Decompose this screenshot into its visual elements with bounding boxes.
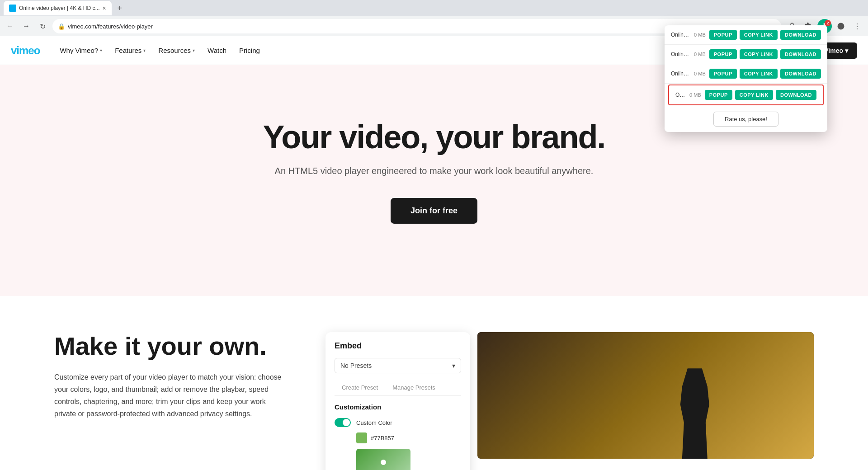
video-person-silhouette (677, 368, 713, 459)
popup-filename-1: Online video player 4K HD quality HTML5 … (671, 32, 690, 38)
download-btn-4[interactable]: DOWNLOAD (776, 90, 816, 100)
video-thumbnail (477, 332, 814, 459)
refresh-button[interactable]: ↻ (36, 20, 49, 33)
tab-favicon (9, 5, 16, 12)
copy-link-btn-1[interactable]: COPY LINK (740, 30, 778, 40)
popup-row-1: Online video player 4K HD quality HTML5 … (665, 25, 827, 45)
nav-resources[interactable]: Resources ▾ (153, 43, 200, 58)
chevron-icon: ▾ (193, 48, 195, 53)
popup-actions-3: POPUP COPY LINK DOWNLOAD (709, 69, 821, 79)
color-swatch[interactable] (356, 432, 367, 443)
vimeo-logo[interactable]: vimeo (11, 44, 40, 57)
nav-pricing[interactable]: Pricing (234, 43, 265, 58)
nav-why-vimeo[interactable]: Why Vimeo? ▾ (54, 43, 108, 58)
popup-filesize-1: 0 MB (694, 32, 706, 38)
popup-rate-row: Rate us, please! (665, 106, 827, 132)
download-popup: Online video player 4K HD quality HTML5 … (665, 25, 827, 132)
new-tab-button[interactable]: + (113, 2, 126, 14)
hero-subtitle: An HTML5 video player engineered to make… (275, 166, 594, 176)
nav-features[interactable]: Features ▾ (109, 43, 151, 58)
popup-file-info-2: Online video player 4K HD quality HTML5 … (671, 51, 706, 57)
custom-color-row: Custom Color (335, 418, 461, 427)
color-value: #77B857 (371, 435, 394, 442)
color-picker-dot (381, 460, 386, 465)
popup-filename-4: Online video player 4K HD quality HTML5 … (675, 92, 686, 98)
tab-title: Online video player | 4K & HD c... (19, 5, 100, 11)
copy-link-btn-2[interactable]: COPY LINK (740, 49, 778, 59)
download-btn-1[interactable]: DOWNLOAD (780, 30, 821, 40)
popup-actions-2: POPUP COPY LINK DOWNLOAD (709, 49, 821, 59)
menu-icon-btn[interactable]: ⋮ (850, 19, 864, 33)
popup-row-2: Online video player 4K HD quality HTML5 … (665, 45, 827, 64)
popup-btn-2[interactable]: POPUP (709, 49, 737, 59)
popup-file-info-4: Online video player 4K HD quality HTML5 … (675, 92, 701, 98)
rate-us-button[interactable]: Rate us, please! (713, 112, 778, 127)
color-picker-preview[interactable] (356, 449, 410, 470)
embed-tabs: Create Preset Manage Presets (335, 381, 461, 396)
popup-btn-3[interactable]: POPUP (709, 69, 737, 79)
embed-panel-title: Embed (335, 341, 461, 351)
video-image (477, 332, 814, 459)
custom-color-toggle[interactable] (335, 418, 351, 427)
tab-bar: Online video player | 4K & HD c... × + (0, 0, 868, 16)
chevron-icon: ▾ (100, 48, 102, 53)
forward-button[interactable]: → (20, 20, 33, 33)
join-for-free-button[interactable]: Join for free (391, 198, 477, 224)
nav-links: Why Vimeo? ▾ Features ▾ Resources ▾ Watc… (54, 43, 769, 58)
chevron-icon: ▾ (143, 48, 146, 53)
popup-row-4: Online video player 4K HD quality HTML5 … (668, 85, 824, 105)
popup-actions-1: POPUP COPY LINK DOWNLOAD (709, 30, 821, 40)
popup-filesize-3: 0 MB (694, 71, 706, 76)
popup-filename-2: Online video player 4K HD quality HTML5 … (671, 51, 690, 57)
second-text: Make it your own. Customize every part o… (54, 332, 289, 420)
popup-file-header-2: Online video player 4K HD quality HTML5 … (671, 51, 706, 57)
popup-filename-3: Online video player 4K HD quality HTML5 … (671, 70, 690, 77)
tab-manage-presets[interactable]: Manage Presets (385, 381, 443, 395)
tab-close-icon[interactable]: × (103, 5, 106, 12)
download-badge: 2 (825, 20, 831, 26)
svg-point-1 (838, 23, 844, 30)
customization-title: Customization (335, 403, 461, 411)
account-icon-btn[interactable] (834, 19, 848, 33)
second-visual: Embed No Presets ▾ Create Preset Manage … (326, 332, 814, 470)
download-btn-2[interactable]: DOWNLOAD (780, 49, 821, 59)
popup-btn-1[interactable]: POPUP (709, 30, 737, 40)
download-btn-3[interactable]: DOWNLOAD (780, 69, 821, 79)
back-button[interactable]: ← (4, 20, 16, 33)
copy-link-btn-3[interactable]: COPY LINK (740, 69, 778, 79)
color-swatch-row: #77B857 (356, 432, 461, 443)
browser-tab[interactable]: Online video player | 4K & HD c... × (4, 1, 112, 15)
popup-file-info-1: Online video player 4K HD quality HTML5 … (671, 32, 706, 38)
popup-filesize-2: 0 MB (694, 52, 706, 57)
copy-link-btn-4[interactable]: COPY LINK (735, 90, 773, 100)
popup-btn-4[interactable]: POPUP (705, 90, 732, 100)
popup-file-header-4: Online video player 4K HD quality HTML5 … (675, 92, 701, 98)
popup-actions-4: POPUP COPY LINK DOWNLOAD (705, 90, 816, 100)
popup-filesize-4: 0 MB (689, 92, 701, 98)
popup-file-header-3: Online video player 4K HD quality HTML5 … (671, 70, 706, 77)
embed-panel: Embed No Presets ▾ Create Preset Manage … (326, 332, 470, 470)
embed-preset-select[interactable]: No Presets ▾ (335, 358, 461, 373)
lock-icon: 🔒 (58, 23, 65, 30)
popup-file-header-1: Online video player 4K HD quality HTML5 … (671, 32, 706, 38)
popup-file-info-3: Online video player 4K HD quality HTML5 … (671, 70, 706, 77)
hero-title: Your video, your brand. (263, 119, 605, 155)
nav-watch[interactable]: Watch (202, 43, 232, 58)
section-description: Customize every part of your video playe… (54, 371, 289, 420)
tab-create-preset[interactable]: Create Preset (335, 381, 385, 395)
second-section: Make it your own. Customize every part o… (0, 296, 868, 470)
custom-color-label: Custom Color (356, 419, 392, 426)
popup-row-3: Online video player 4K HD quality HTML5 … (665, 64, 827, 84)
section-title: Make it your own. (54, 332, 289, 360)
